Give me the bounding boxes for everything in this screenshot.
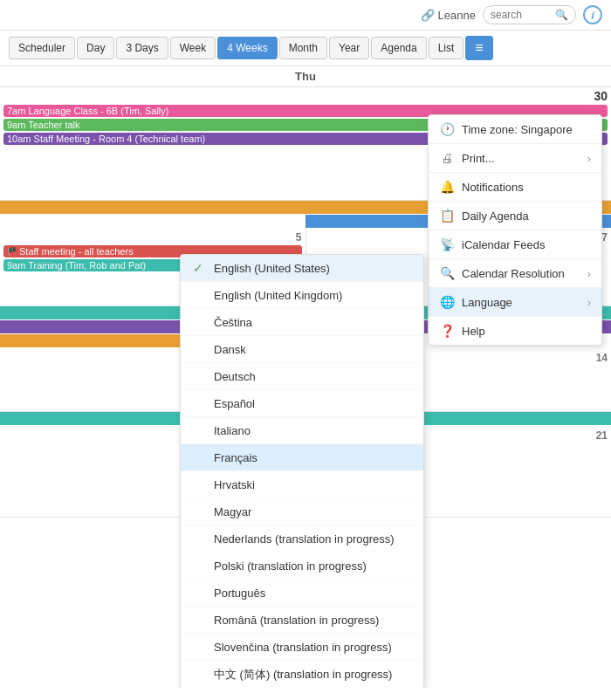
print-label: Print... [462,152,495,165]
print-icon: 🖨 [439,151,455,165]
link-icon: 🔗 [421,9,435,22]
print-arrow: › [587,152,591,165]
day-number-5: 5 [3,231,302,244]
lang-english-uk[interactable]: ✓ English (United Kingdom) [181,282,423,309]
lang-label: English (United States) [214,262,330,275]
dropdown-print[interactable]: 🖨 Print... › [429,144,601,173]
nav-list[interactable]: List [429,37,464,59]
calendar-header: Thu [0,66,611,87]
lang-label: Dansk [214,343,246,356]
nav-3days[interactable]: 3 Days [116,37,168,59]
notifications-label: Notifications [462,181,524,194]
info-button[interactable]: i [583,5,602,24]
lang-espanol[interactable]: ✓ Español [181,390,423,417]
check-icon: ✓ [193,261,207,275]
clock-icon: 🕐 [439,122,455,136]
lang-dansk[interactable]: ✓ Dansk [181,336,423,363]
topbar: 🔗 Leanne 🔍 i [0,0,611,31]
lang-slovencina[interactable]: ✓ Slovenčina (translation in progress) [181,634,423,661]
lang-label: Nederlands (translation in progress) [214,532,395,546]
lang-label: Français [214,451,257,464]
nav-agenda[interactable]: Agenda [371,37,426,59]
lang-chinese-simplified[interactable]: ✓ 中文 (简体) (translation in progress) [181,661,423,688]
lang-portugues[interactable]: ✓ Português [181,580,423,607]
lang-polski[interactable]: ✓ Polski (translation in progress) [181,552,423,580]
dropdown-menu: 🕐 Time zone: Singapore 🖨 Print... › 🔔 No… [428,114,602,346]
help-icon: ❓ [439,324,455,338]
lang-label: Português [214,587,265,600]
day-header-thu: Thu [0,66,611,86]
lang-label: Polski (translation in progress) [214,559,367,573]
lang-label: Română (translation in progress) [214,614,379,627]
calendar-container: Thu 30 7am Language Class - 6B (Tim, Sal… [0,66,611,688]
resolution-icon: 🔍 [439,266,455,280]
lang-romana[interactable]: ✓ Română (translation in progress) [181,607,423,634]
dropdown-daily-agenda[interactable]: 📋 Daily Agenda [429,202,601,230]
nav-day[interactable]: Day [77,37,114,59]
language-label: Language [462,296,512,309]
language-submenu: ✓ English (United States) ✓ English (Uni… [180,254,424,688]
user-info: 🔗 Leanne [421,9,476,22]
language-icon: 🌐 [439,295,455,309]
lang-label: Slovenčina (translation in progress) [214,641,392,654]
lang-francais[interactable]: ✓ Français [181,444,423,471]
agenda-label: Daily Agenda [462,209,529,223]
nav-month[interactable]: Month [279,37,327,59]
dropdown-language[interactable]: 🌐 Language › [429,288,601,317]
lang-label: English (United Kingdom) [214,289,342,302]
lang-label: Deutsch [214,370,256,383]
lang-nederlands[interactable]: ✓ Nederlands (translation in progress) [181,525,423,552]
bell-icon: 🔔 [439,180,455,194]
resolution-label: Calendar Resolution [462,267,565,280]
dropdown-timezone[interactable]: 🕐 Time zone: Singapore [429,115,601,144]
nav-week[interactable]: Week [170,37,216,59]
search-input[interactable] [491,9,552,21]
nav-4weeks[interactable]: 4 Weeks [217,37,277,59]
lang-label: Italiano [214,424,251,437]
dropdown-icalendar[interactable]: 📡 iCalendar Feeds [429,230,601,259]
dropdown-notifications[interactable]: 🔔 Notifications [429,173,601,202]
timezone-label: Time zone: Singapore [462,123,573,136]
agenda-icon: 📋 [439,209,455,223]
feed-icon: 📡 [439,237,455,251]
nav-scheduler[interactable]: Scheduler [9,37,75,59]
icalendar-label: iCalendar Feeds [462,238,545,251]
lang-magyar[interactable]: ✓ Magyar [181,498,423,525]
lang-label: Čeština [214,316,252,329]
lang-deutsch[interactable]: ✓ Deutsch [181,363,423,390]
nav-menu-button[interactable]: ≡ [465,36,492,60]
lang-label: Magyar [214,505,251,518]
lang-label: Hrvatski [214,478,255,491]
lang-hrvatski[interactable]: ✓ Hrvatski [181,471,423,498]
dropdown-resolution[interactable]: 🔍 Calendar Resolution › [429,259,601,288]
lang-italiano[interactable]: ✓ Italiano [181,417,423,444]
search-box[interactable]: 🔍 [483,5,576,24]
lang-label: Español [214,397,255,410]
username: Leanne [438,9,476,22]
dropdown-help[interactable]: ❓ Help [429,317,601,345]
lang-label: 中文 (简体) (translation in progress) [214,667,392,683]
lang-english-us[interactable]: ✓ English (United States) [181,255,423,282]
flag-icon: 🏴 [7,247,17,256]
lang-cestina[interactable]: ✓ Čeština [181,309,423,336]
nav-year[interactable]: Year [329,37,369,59]
search-icon[interactable]: 🔍 [555,9,568,21]
day-number-30: 30 [3,89,608,103]
language-arrow: › [587,296,591,309]
resolution-arrow: › [587,267,591,280]
view-navbar: Scheduler Day 3 Days Week 4 Weeks Month … [0,31,611,66]
help-label: Help [462,325,485,338]
